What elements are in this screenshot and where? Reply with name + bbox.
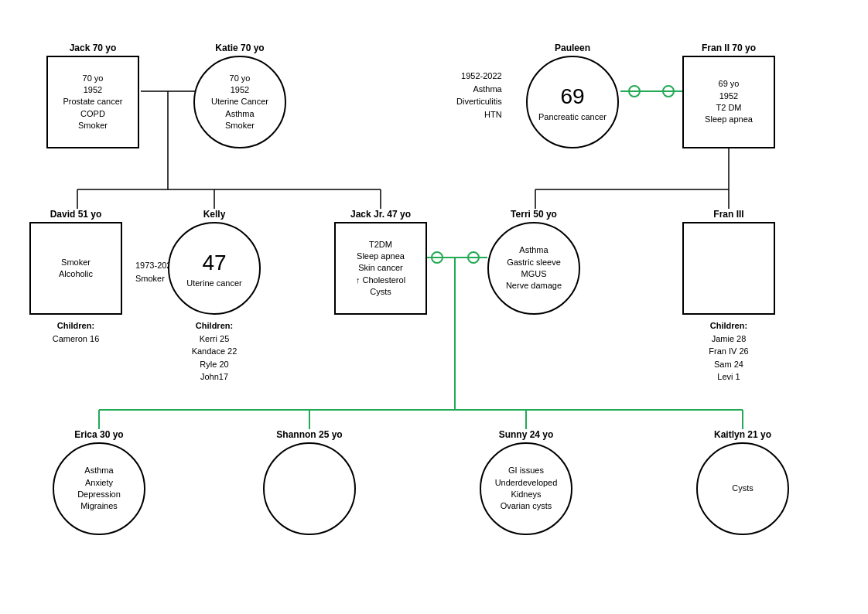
pauleen-extra: 1952-2022AsthmaDiverticulitisHTN xyxy=(456,70,502,121)
david-content: SmokerAlcoholic xyxy=(59,257,93,281)
node-kaitlyn: Kaitlyn 21 yo Cysts xyxy=(696,429,789,535)
node-kelly: Kelly 47Uterine cancer Children:Kerri 25… xyxy=(168,209,261,384)
terri-shape: AsthmaGastric sleeveMGUSNerve damage xyxy=(487,222,580,315)
katie-label: Katie 70 yo xyxy=(215,43,264,53)
david-label: David 51 yo xyxy=(50,209,102,220)
node-fran3: Fran III Children:Jamie 28Fran IV 26Sam … xyxy=(682,209,775,384)
node-david: David 51 yo SmokerAlcoholic Children:Cam… xyxy=(29,209,122,345)
pauleen-content: 69Pancreatic cancer xyxy=(538,81,607,124)
svg-point-3 xyxy=(663,86,674,97)
kelly-content: 47Uterine cancer xyxy=(186,247,242,290)
kelly-children: Children:Kerri 25Kandace 22Ryle 20John17 xyxy=(192,319,238,384)
jackjr-content: T2DMSleep apneaSkin cancer↑ CholesterolC… xyxy=(356,239,405,298)
kelly-shape: 47Uterine cancer xyxy=(168,222,261,315)
fran3-label: Fran III xyxy=(713,209,743,220)
sunny-content: GI issuesUnderdevelopedKidneysOvarian cy… xyxy=(495,465,558,513)
erica-content: AsthmaAnxietyDepressionMigraines xyxy=(77,465,121,513)
jack-shape: 70 yo1952Prostate cancerCOPDSmoker xyxy=(46,56,139,148)
node-shannon: Shannon 25 yo xyxy=(263,429,356,535)
fran2-content: 69 yo1952T2 DMSleep apnea xyxy=(705,78,753,126)
shannon-shape xyxy=(263,442,356,535)
kaitlyn-shape: Cysts xyxy=(696,442,789,535)
svg-point-15 xyxy=(468,252,479,263)
svg-point-14 xyxy=(432,252,443,263)
erica-label: Erica 30 yo xyxy=(74,429,123,440)
pauleen-shape: 69Pancreatic cancer xyxy=(526,56,619,148)
shannon-label: Shannon 25 yo xyxy=(276,429,342,440)
fran2-shape: 69 yo1952T2 DMSleep apnea xyxy=(682,56,775,148)
pedigree-chart: Jack 70 yo 70 yo1952Prostate cancerCOPDS… xyxy=(0,0,868,614)
terri-content: AsthmaGastric sleeveMGUSNerve damage xyxy=(506,244,562,292)
fran3-shape xyxy=(682,222,775,315)
fran2-label: Fran II 70 yo xyxy=(702,43,756,53)
kaitlyn-content: Cysts xyxy=(732,483,754,494)
sunny-shape: GI issuesUnderdevelopedKidneysOvarian cy… xyxy=(480,442,572,535)
node-terri: Terri 50 yo AsthmaGastric sleeveMGUSNerv… xyxy=(487,209,580,315)
kelly-label: Kelly xyxy=(203,209,226,220)
node-fran2: Fran II 70 yo 69 yo1952T2 DMSleep apnea xyxy=(682,43,775,148)
kaitlyn-label: Kaitlyn 21 yo xyxy=(714,429,771,440)
jackjr-shape: T2DMSleep apneaSkin cancer↑ CholesterolC… xyxy=(334,222,427,315)
node-erica: Erica 30 yo AsthmaAnxietyDepressionMigra… xyxy=(53,429,145,535)
jackjr-label: Jack Jr. 47 yo xyxy=(350,209,411,220)
jack-label: Jack 70 yo xyxy=(70,43,117,53)
david-shape: SmokerAlcoholic xyxy=(29,222,122,315)
sunny-label: Sunny 24 yo xyxy=(499,429,554,440)
node-katie: Katie 70 yo 70 yo1952Uterine CancerAsthm… xyxy=(193,43,286,148)
terri-label: Terri 50 yo xyxy=(511,209,557,220)
node-sunny: Sunny 24 yo GI issuesUnderdevelopedKidne… xyxy=(480,429,572,535)
svg-point-2 xyxy=(629,86,640,97)
node-jackjr: Jack Jr. 47 yo T2DMSleep apneaSkin cance… xyxy=(334,209,427,315)
fran3-children: Children:Jamie 28Fran IV 26Sam 24Levi 1 xyxy=(709,319,748,384)
david-children: Children:Cameron 16 xyxy=(53,319,100,345)
pauleen-label: Pauleen xyxy=(555,43,590,53)
katie-shape: 70 yo1952Uterine CancerAsthmaSmoker xyxy=(193,56,286,148)
erica-shape: AsthmaAnxietyDepressionMigraines xyxy=(53,442,145,535)
jack-content: 70 yo1952Prostate cancerCOPDSmoker xyxy=(63,73,122,132)
node-pauleen: Pauleen 69Pancreatic cancer xyxy=(526,43,619,148)
katie-content: 70 yo1952Uterine CancerAsthmaSmoker xyxy=(211,73,268,132)
node-jack: Jack 70 yo 70 yo1952Prostate cancerCOPDS… xyxy=(46,43,139,148)
